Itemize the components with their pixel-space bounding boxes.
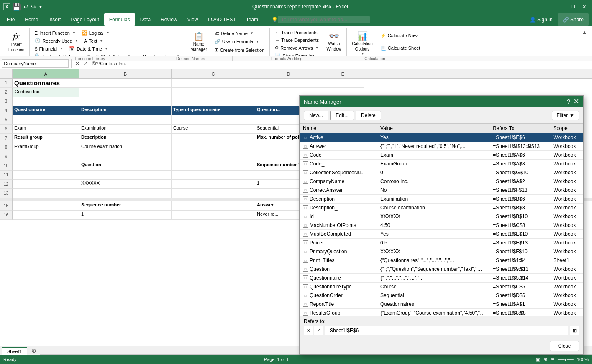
undo-btn[interactable]: ↩: [23, 3, 28, 10]
view-normal-btn[interactable]: ▣: [536, 357, 540, 362]
add-sheet-btn[interactable]: ⊕: [28, 346, 40, 355]
minimize-btn[interactable]: ─: [558, 2, 567, 11]
cell-B15[interactable]: Sequence number: [79, 201, 172, 211]
confirm-formula-icon[interactable]: ✓: [82, 59, 89, 68]
cell-A9[interactable]: [13, 152, 79, 161]
text-btn[interactable]: A Text ▼: [82, 37, 105, 44]
quick-save[interactable]: 💾: [13, 3, 21, 11]
cell-C15[interactable]: [172, 201, 255, 211]
logical-btn[interactable]: 🔀 Logical ▼: [79, 29, 112, 36]
cell-D1[interactable]: [255, 79, 322, 88]
view-page-break-btn[interactable]: ⊟: [551, 357, 554, 362]
tell-me-input[interactable]: [278, 16, 370, 23]
cell-A3[interactable]: [13, 97, 79, 106]
table-row[interactable]: □ Points 0.5 =Sheet1!$E$13 Workbook: [300, 239, 583, 247]
refers-cancel-btn[interactable]: ✕: [304, 326, 313, 335]
name-manager-dialog[interactable]: Name Manager ? ✕ New... Edit... Delete F…: [299, 95, 584, 355]
table-row[interactable]: □ QuestionOrder Sequential =Sheet1!$D$6 …: [300, 291, 583, 300]
cell-A8[interactable]: ExamGroup: [13, 143, 79, 152]
cell-C6[interactable]: Course: [172, 125, 255, 134]
table-row[interactable]: □ Active Yes =Sheet1!$E$6 Workbook: [300, 133, 583, 142]
menu-insert[interactable]: Insert: [43, 13, 66, 26]
cell-C5[interactable]: [172, 115, 255, 125]
cell-C7[interactable]: [172, 134, 255, 143]
delete-btn[interactable]: Delete: [356, 111, 381, 120]
cell-C2[interactable]: [172, 88, 255, 97]
cell-B5[interactable]: [79, 115, 172, 125]
cell-A5[interactable]: [13, 115, 79, 125]
table-row[interactable]: □ CorrectAnswer No =Sheet1!$F$13 Workboo…: [300, 186, 583, 195]
table-row[interactable]: □ Code_ ExamGroup =Sheet1!$A$8 Workbook: [300, 160, 583, 168]
restore-btn[interactable]: ❐: [569, 2, 578, 11]
customize-btn[interactable]: ▼: [38, 5, 43, 9]
define-name-btn[interactable]: 🏷 Define Name ▼: [212, 30, 267, 37]
table-row[interactable]: □ CompanyName Contoso Inc. =Sheet1!$A$2 …: [300, 177, 583, 186]
table-row[interactable]: □ MustBeCompleted Yes =Sheet1!$E$10 Work…: [300, 230, 583, 239]
create-from-selection-btn[interactable]: ⊞ Create from Selection: [212, 46, 267, 53]
cell-B13[interactable]: [79, 189, 172, 198]
col-header-B[interactable]: B: [79, 69, 172, 78]
autosum-btn[interactable]: Σ Insert Function ▼: [32, 29, 78, 36]
financial-btn[interactable]: $ Financial ▼: [32, 45, 66, 52]
cell-C3[interactable]: [172, 97, 255, 106]
col-header-E[interactable]: E: [322, 69, 364, 78]
col-header-C[interactable]: C: [172, 69, 255, 78]
cell-A6[interactable]: Exam: [13, 125, 79, 134]
share-btn[interactable]: 🔗 Share: [558, 13, 589, 26]
cancel-formula-icon[interactable]: ✕: [74, 59, 81, 68]
menu-load-test[interactable]: LOAD TEST: [203, 13, 241, 26]
refers-confirm-btn[interactable]: ✓: [314, 326, 323, 335]
cell-C9[interactable]: [172, 152, 255, 161]
col-refers-to[interactable]: Refers To: [489, 124, 550, 133]
sheet-tab-sheet1[interactable]: Sheet1: [2, 347, 27, 355]
ribbon-collapse-btn[interactable]: ▲: [582, 29, 587, 35]
table-row[interactable]: □ Question {"";","Question","Sequence nu…: [300, 265, 583, 274]
cell-A1[interactable]: Questionnaires: [13, 79, 79, 88]
table-row[interactable]: □ CollectionSequenceNu... 0 =Sheet1!$G$1…: [300, 168, 583, 177]
view-layout-btn[interactable]: ⊞: [543, 357, 547, 362]
name-box[interactable]: [2, 59, 69, 68]
table-row[interactable]: □ MaxNumberOfPoints 4.50 =Sheet1!$C$8 Wo…: [300, 221, 583, 230]
menu-review[interactable]: Review: [156, 13, 182, 26]
table-row[interactable]: □ ResultsGroup {"ExamGroup","Course exam…: [300, 309, 583, 316]
use-in-formula-btn[interactable]: 🔗 Use in Formula ▼: [212, 38, 267, 45]
cell-B9[interactable]: [79, 152, 172, 161]
cell-C12[interactable]: [172, 180, 255, 189]
menu-view[interactable]: View: [182, 13, 203, 26]
new-btn[interactable]: New...: [304, 111, 328, 120]
close-btn[interactable]: ✕: [579, 2, 589, 11]
menu-file[interactable]: File: [2, 13, 20, 26]
table-row[interactable]: □ ReportTitle Questionnaires =Sheet1!$A$…: [300, 300, 583, 309]
remove-arrows-btn[interactable]: ⊘ Remove Arrows ▼: [272, 44, 321, 51]
cell-C1[interactable]: [172, 79, 255, 88]
date-time-btn[interactable]: 📅 Date & Time ▼: [67, 45, 110, 52]
dialog-help-btn[interactable]: ?: [567, 98, 570, 105]
cell-B3[interactable]: [79, 97, 172, 106]
calculation-options-btn[interactable]: 📊 CalculationOptions ▼: [349, 29, 375, 54]
cell-A7[interactable]: Result group: [13, 134, 79, 143]
cell-B16[interactable]: 1: [79, 211, 172, 220]
zoom-slider[interactable]: ──●──: [558, 357, 574, 362]
cell-B6[interactable]: Examination: [79, 125, 172, 134]
col-name[interactable]: Name: [300, 124, 377, 133]
cell-B2[interactable]: [79, 88, 172, 97]
table-row[interactable]: □ Id XXXXXX =Sheet1!$B$10 Workbook: [300, 212, 583, 221]
filter-btn[interactable]: Filter ▼: [552, 111, 579, 120]
cell-B10[interactable]: Question: [79, 161, 172, 171]
trace-precedents-btn[interactable]: ← Trace Precedents: [272, 29, 321, 36]
table-row[interactable]: □ QuestionnaireType Course =Sheet1!$C$6 …: [300, 283, 583, 291]
col-header-A[interactable]: A: [13, 69, 79, 78]
cell-C4[interactable]: Type of questionnaire: [172, 106, 255, 115]
name-manager-btn[interactable]: 📋 NameManager: [188, 29, 209, 54]
menu-page-layout[interactable]: Page Layout: [66, 13, 104, 26]
table-row[interactable]: □ Answer {"";"","1","Never required","0.…: [300, 142, 583, 151]
cell-A15[interactable]: [13, 201, 79, 211]
menu-data[interactable]: Data: [135, 13, 156, 26]
sign-in-btn[interactable]: 👤 Sign in: [525, 13, 558, 26]
refers-collapse-btn[interactable]: ⊞: [570, 326, 579, 335]
calc-sheet-btn[interactable]: 📃 Calculate Sheet: [378, 45, 423, 52]
cell-E1[interactable]: [322, 79, 364, 88]
menu-home[interactable]: Home: [20, 13, 43, 26]
cell-B12[interactable]: XXXXXX: [79, 180, 172, 189]
col-header-D[interactable]: D: [255, 69, 322, 78]
